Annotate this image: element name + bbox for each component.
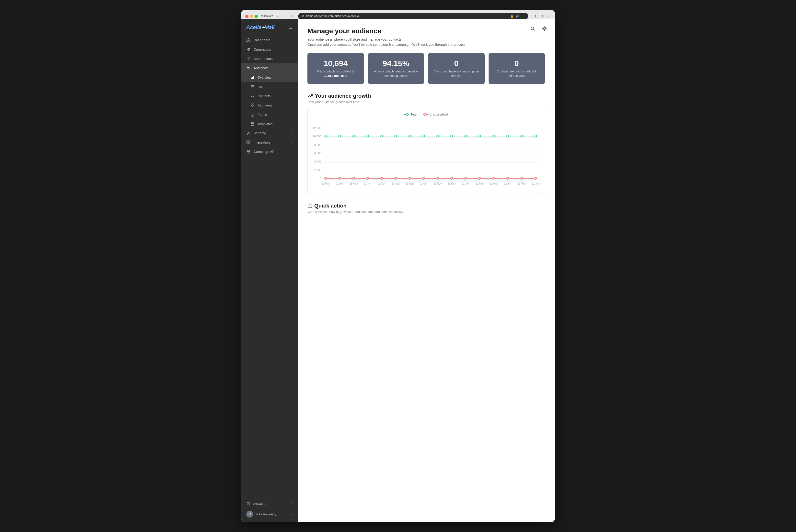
- audience-chevron: ▾: [291, 66, 293, 70]
- svg-point-89: [381, 177, 383, 179]
- sidebar-item-forms[interactable]: Forms: [241, 110, 298, 119]
- traffic-light-yellow[interactable]: [250, 15, 253, 18]
- stat-desc-contacts: Total contacts subscribed to 10,068 mail…: [312, 70, 359, 78]
- svg-text:21 Aug: 21 Aug: [392, 182, 400, 185]
- sidebar-item-campaign-api[interactable]: Campaign API: [241, 147, 298, 156]
- new-tab-button[interactable]: +: [547, 14, 551, 19]
- svg-point-84: [535, 135, 536, 137]
- svg-text:21 Jul: 21 Jul: [378, 182, 385, 185]
- forward-button[interactable]: ›: [282, 14, 285, 19]
- sidebar-item-user[interactable]: JK Jolie Kennedy ›: [241, 508, 298, 520]
- svg-rect-5: [252, 77, 253, 79]
- svg-rect-12: [252, 104, 254, 105]
- sidebar-item-dashboard[interactable]: Dashboard: [241, 36, 298, 45]
- audience-label: Audience: [253, 66, 268, 70]
- address-text: demo.acellemail.com/audience/overview: [306, 15, 508, 18]
- sidebar-header: Acelle⌁Mail ☰: [241, 19, 298, 35]
- svg-rect-25: [249, 142, 250, 144]
- sending-icon: [246, 131, 251, 135]
- legend-total: Total: [404, 113, 417, 116]
- stat-card-forms[interactable]: 0 You do not have any subscription form …: [428, 53, 485, 84]
- sidebar-item-segments[interactable]: Segments: [241, 100, 298, 110]
- user-name: Jolie Kennedy: [255, 512, 276, 516]
- growth-title: Your audience growth: [307, 93, 545, 99]
- sidebar-item-automations[interactable]: Automations: [241, 54, 298, 63]
- quick-action-title: Quick action: [307, 203, 545, 209]
- svg-point-70: [339, 135, 340, 137]
- campaign-api-label: Campaign API: [253, 150, 276, 154]
- user-avatar: JK: [246, 511, 253, 517]
- svg-point-79: [465, 135, 467, 137]
- stat-value-active: 94.15%: [373, 59, 419, 68]
- share-button[interactable]: ⬆: [540, 14, 545, 19]
- svg-point-69: [325, 135, 326, 137]
- svg-point-2: [247, 67, 249, 68]
- dashboard-label: Dashboard: [253, 38, 270, 42]
- svg-text:22 Mar: 22 Mar: [490, 182, 498, 185]
- svg-point-98: [507, 177, 509, 179]
- sidebar-item-campaigns[interactable]: Campaigns: [241, 45, 298, 54]
- lists-label: Lists: [258, 85, 264, 89]
- svg-text:21 Nov: 21 Nov: [434, 182, 442, 185]
- sidebar-item-templates[interactable]: Templates: [241, 119, 298, 129]
- overview-label: Overview: [258, 76, 271, 79]
- stat-value-blacklisted: 0: [493, 59, 540, 68]
- svg-rect-6: [253, 76, 254, 79]
- svg-point-92: [422, 177, 424, 179]
- integration-label: Integration: [253, 140, 270, 145]
- audio-icon: 🔊: [516, 15, 519, 18]
- search-button[interactable]: [528, 24, 537, 33]
- back-button[interactable]: ‹: [276, 14, 279, 19]
- svg-point-90: [395, 177, 397, 179]
- segments-icon: [250, 103, 254, 108]
- svg-rect-9: [251, 88, 254, 88]
- stat-card-blacklisted[interactable]: 0 Contacts are blacklished click here to…: [489, 53, 545, 84]
- sidebar-item-lists[interactable]: Lists: [241, 82, 298, 91]
- sidebar-item-activities[interactable]: Activities ↗: [241, 499, 298, 508]
- svg-point-87: [353, 177, 355, 179]
- api-icon: [246, 150, 251, 154]
- traffic-light-red[interactable]: [245, 15, 248, 18]
- external-link-icon: ↗: [290, 502, 293, 505]
- address-bar[interactable]: M demo.acellemail.com/audience/overview …: [298, 13, 528, 19]
- sidebar-item-contacts[interactable]: Contacts: [241, 91, 298, 100]
- sidebar-item-overview[interactable]: Overview: [241, 73, 298, 82]
- svg-text:22 Feb: 22 Feb: [476, 182, 484, 185]
- theme-toggle-button[interactable]: [540, 24, 549, 33]
- sidebar-item-sending[interactable]: Sending ›: [241, 129, 298, 138]
- reload-button[interactable]: ↺: [288, 14, 293, 19]
- svg-text:21 Sep: 21 Sep: [405, 182, 414, 185]
- browser-chrome: ⊡ Private ‹ › ↺ M demo.acellemail.com/au…: [241, 10, 555, 19]
- page-desc-line2: Once you add your contacts. You'll be ab…: [307, 42, 545, 47]
- hamburger-icon[interactable]: ☰: [289, 25, 293, 30]
- browser-window: ⊡ Private ‹ › ↺ M demo.acellemail.com/au…: [241, 10, 555, 522]
- legend-unsub-label: Unsubscribed: [429, 113, 448, 116]
- growth-section: Your audience growth How your audience g…: [307, 93, 545, 194]
- sidebar-item-integration[interactable]: Integration ›: [241, 138, 298, 147]
- svg-line-38: [545, 27, 546, 27]
- svg-rect-13: [251, 106, 252, 107]
- top-actions: [528, 24, 549, 33]
- sidebar-item-audience[interactable]: Audience ▾: [241, 63, 298, 73]
- traffic-light-green[interactable]: [254, 15, 258, 18]
- download-button[interactable]: ⬇: [533, 14, 538, 19]
- svg-point-81: [492, 135, 494, 137]
- svg-point-93: [437, 177, 439, 179]
- sidebar-nav: Dashboard Campaigns: [241, 35, 298, 496]
- svg-text:21 May: 21 May: [349, 182, 358, 185]
- svg-rect-24: [247, 142, 248, 144]
- quick-action-icon: [307, 203, 312, 208]
- address-m-icon: M: [302, 15, 304, 18]
- svg-text:10,000: 10,000: [313, 135, 321, 138]
- growth-title-text: Your audience growth: [315, 93, 371, 99]
- svg-point-75: [409, 135, 411, 137]
- legend-dot-total: [404, 114, 409, 115]
- svg-text:22 Apr: 22 Apr: [504, 182, 512, 185]
- svg-point-86: [339, 177, 340, 179]
- svg-text:8,000: 8,000: [314, 144, 321, 146]
- svg-line-36: [545, 30, 546, 30]
- activities-icon: [246, 501, 251, 506]
- legend-dot-unsub: [423, 114, 428, 115]
- quick-action-section: Quick action We'll show you how to grow …: [307, 203, 545, 214]
- private-tab-icon: ⊡: [261, 15, 263, 18]
